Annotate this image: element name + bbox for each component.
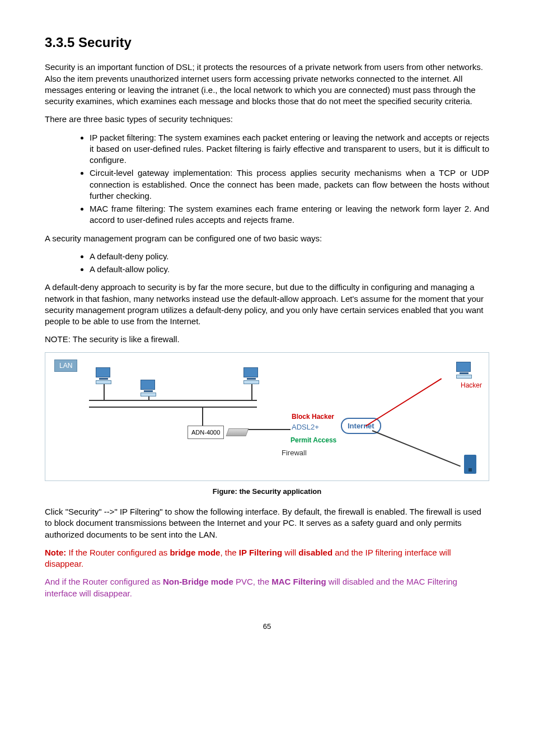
- purple-note: And if the Router configured as Non-Brid…: [45, 576, 489, 599]
- note-text: , the: [220, 548, 238, 557]
- modem-label: ADN-4000: [188, 426, 224, 440]
- wire: [251, 384, 252, 400]
- lan-label: LAN: [54, 360, 77, 372]
- wire: [104, 384, 105, 400]
- intro-paragraph: Security is an important function of DSL…: [45, 62, 489, 107]
- page-number: 65: [45, 622, 489, 632]
- note-paragraph: NOTE: The security is like a firewall.: [45, 334, 489, 345]
- wire: [89, 400, 257, 401]
- red-note: Note: If the Router configured as bridge…: [45, 547, 489, 570]
- block-hacker-label: Block Hacker: [292, 412, 334, 421]
- note-text: will: [282, 548, 298, 557]
- firewall-label: Firewall: [282, 448, 307, 458]
- adsl-label: ADSL2+: [292, 422, 319, 432]
- non-bridge-mode-bold: Non-Bridge mode: [163, 577, 233, 586]
- server-arrow: [372, 430, 462, 469]
- ip-filtering-bold: IP Filtering: [239, 548, 282, 557]
- security-diagram: LAN Hacker ADN-4000 Block Hacker ADSL2+ …: [45, 352, 489, 481]
- pc-icon: [96, 367, 111, 381]
- server-icon: [464, 455, 476, 474]
- list-item: A default-allow policy.: [90, 264, 489, 275]
- modem: ADN-4000: [188, 426, 247, 440]
- hacker-arrow: [366, 375, 455, 431]
- note-text: PVC, the: [233, 577, 271, 586]
- bridge-mode-bold: bridge mode: [170, 548, 220, 557]
- pc-icon: [456, 362, 472, 375]
- pc-icon: [140, 380, 156, 393]
- click-instructions: Click "Security" -->" IP Filtering" to s…: [45, 506, 489, 540]
- list-item: IP packet filtering: The system examines…: [90, 132, 489, 166]
- list-item: MAC frame filtering: The system examines…: [90, 203, 489, 226]
- mac-filtering-bold: MAC Filtering: [271, 577, 326, 586]
- list-item: A default-deny policy.: [90, 251, 489, 262]
- note-prefix: Note:: [45, 548, 66, 557]
- list-item: Circuit-level gateway implementation: Th…: [90, 167, 489, 202]
- approach-paragraph: A default-deny approach to security is b…: [45, 282, 489, 327]
- types-intro: There are three basic types of security …: [45, 114, 489, 125]
- note-text: If the Router configured as: [66, 548, 170, 557]
- figure-caption: Figure: the Security application: [45, 487, 489, 497]
- policy-list: A default-deny policy. A default-allow p…: [45, 251, 489, 276]
- hacker-label: Hacker: [461, 381, 482, 390]
- modem-icon: [226, 428, 249, 436]
- pc-icon: [243, 367, 259, 381]
- techniques-list: IP packet filtering: The system examines…: [45, 132, 489, 226]
- ways-intro: A security management program can be con…: [45, 233, 489, 244]
- permit-access-label: Permit Access: [291, 436, 336, 445]
- note-text: And if the Router configured as: [45, 577, 163, 586]
- section-heading: 3.3.5 Security: [45, 34, 489, 52]
- disabled-bold: disabled: [298, 548, 332, 557]
- wire: [89, 407, 257, 408]
